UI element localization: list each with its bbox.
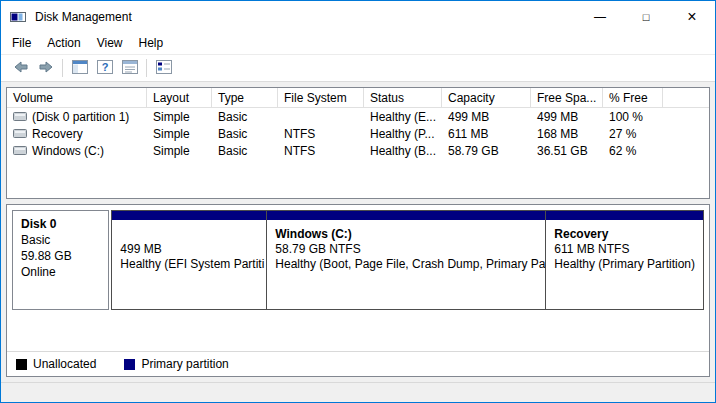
menu-item-view[interactable]: View — [89, 33, 131, 53]
forward-icon — [38, 59, 54, 78]
help-icon: ? — [97, 60, 113, 77]
partition-efi[interactable]: 499 MB Healthy (EFI System Partiti — [111, 210, 267, 310]
volume-row[interactable]: (Disk 0 partition 1) Simple Basic Health… — [7, 108, 709, 125]
volume-icon — [13, 111, 27, 122]
menubar: File Action View Help — [1, 32, 715, 55]
cell-capacity: 499 MB — [442, 110, 531, 124]
legend-item-primary-partition: Primary partition — [124, 357, 228, 371]
toolbar-separator — [62, 59, 63, 77]
legend-label: Unallocated — [33, 357, 96, 371]
menu-item-help[interactable]: Help — [131, 33, 172, 53]
cell-layout: Simple — [147, 110, 212, 124]
export-list-icon — [156, 60, 172, 77]
volume-name: Recovery — [32, 127, 83, 141]
disk-name: Disk 0 — [21, 216, 100, 232]
cell-free-space: 499 MB — [531, 110, 603, 124]
cell-type: Basic — [212, 127, 278, 141]
window-controls: — □ × — [577, 1, 715, 32]
help-button[interactable]: ? — [92, 57, 117, 79]
cell-status: Healthy (P... — [364, 127, 442, 141]
volume-row[interactable]: Recovery Simple Basic NTFS Healthy (P...… — [7, 125, 709, 142]
partition-windows-c[interactable]: Windows (C:) 58.79 GB NTFS Healthy (Boot… — [266, 210, 546, 310]
svg-text:?: ? — [101, 61, 108, 73]
partition-size: 58.79 GB NTFS — [275, 242, 537, 257]
cell-layout: Simple — [147, 144, 212, 158]
content-area: Volume Layout Type File System Status Ca… — [1, 82, 715, 382]
close-button[interactable]: × — [669, 1, 715, 32]
partition-info: Recovery 611 MB NTFS Healthy (Primary Pa… — [546, 220, 703, 272]
cell-layout: Simple — [147, 127, 212, 141]
menu-item-action[interactable]: Action — [39, 33, 88, 53]
minimize-button[interactable]: — — [577, 1, 623, 32]
disk-management-app-icon — [10, 9, 28, 25]
cell-free-space: 168 MB — [531, 127, 603, 141]
partition-name: Recovery — [554, 227, 695, 242]
header-cell-file-system[interactable]: File System — [278, 88, 364, 107]
back-button[interactable] — [8, 57, 33, 79]
properties-button[interactable] — [117, 57, 142, 79]
disk-0-row: Disk 0 Basic 59.88 GB Online 499 MB Heal… — [12, 210, 704, 310]
partition-name: Windows (C:) — [275, 227, 537, 242]
partition-status: Healthy (Boot, Page File, Crash Dump, Pr… — [275, 257, 537, 272]
partition-status: Healthy (Primary Partition) — [554, 257, 695, 272]
legend-item-unallocated: Unallocated — [16, 357, 96, 371]
status-bar — [1, 382, 715, 402]
properties-icon — [122, 60, 138, 77]
primary-partition-band — [267, 211, 545, 220]
partition-recovery[interactable]: Recovery 611 MB NTFS Healthy (Primary Pa… — [545, 210, 704, 310]
partition-info: Windows (C:) 58.79 GB NTFS Healthy (Boot… — [267, 220, 545, 272]
cell-status: Healthy (B... — [364, 144, 442, 158]
show-console-tree-button[interactable] — [67, 57, 92, 79]
cell-percent-free: 62 % — [603, 144, 663, 158]
disk-status: Online — [21, 264, 100, 280]
cell-file-system: NTFS — [278, 144, 364, 158]
primary-partition-swatch-icon — [124, 359, 135, 370]
back-icon — [13, 59, 29, 78]
disk-size: 59.88 GB — [21, 248, 100, 264]
disk-management-window: Disk Management — □ × File Action View H… — [0, 0, 716, 403]
partition-info: 499 MB Healthy (EFI System Partiti — [112, 220, 266, 272]
header-cell-capacity[interactable]: Capacity — [442, 88, 531, 107]
header-cell-percent-free[interactable]: % Free — [603, 88, 663, 107]
cell-percent-free: 27 % — [603, 127, 663, 141]
header-cell-type[interactable]: Type — [212, 88, 278, 107]
cell-capacity: 611 MB — [442, 127, 531, 141]
volume-table-header: Volume Layout Type File System Status Ca… — [7, 88, 709, 108]
show-console-tree-icon — [72, 60, 88, 77]
primary-partition-band — [112, 211, 266, 220]
legend: Unallocated Primary partition — [7, 351, 709, 376]
header-cell-volume[interactable]: Volume — [7, 88, 147, 107]
primary-partition-band — [546, 211, 703, 220]
disk-0-header[interactable]: Disk 0 Basic 59.88 GB Online — [12, 210, 109, 310]
cell-file-system: NTFS — [278, 127, 364, 141]
graphical-view-empty-space — [7, 315, 709, 351]
header-cell-layout[interactable]: Layout — [147, 88, 212, 107]
partitions-strip: 499 MB Healthy (EFI System Partiti Windo… — [111, 210, 704, 310]
unallocated-swatch-icon — [16, 359, 27, 370]
volume-row[interactable]: Windows (C:) Simple Basic NTFS Healthy (… — [7, 142, 709, 159]
header-cell-filler — [663, 88, 709, 107]
volume-list-pane: Volume Layout Type File System Status Ca… — [6, 87, 710, 199]
window-title: Disk Management — [35, 10, 132, 24]
cell-free-space: 36.51 GB — [531, 144, 603, 158]
header-cell-free-space[interactable]: Free Spa... — [531, 88, 603, 107]
partition-size: 499 MB — [120, 242, 258, 257]
volume-icon — [13, 128, 27, 139]
cell-type: Basic — [212, 144, 278, 158]
toolbar: ? — [1, 55, 715, 82]
volume-name: Windows (C:) — [32, 144, 104, 158]
cell-capacity: 58.79 GB — [442, 144, 531, 158]
forward-button[interactable] — [33, 57, 58, 79]
disk-type: Basic — [21, 232, 100, 248]
toolbar-separator — [146, 59, 147, 77]
partition-status: Healthy (EFI System Partiti — [120, 257, 258, 272]
header-cell-status[interactable]: Status — [364, 88, 442, 107]
cell-percent-free: 100 % — [603, 110, 663, 124]
export-list-button[interactable] — [151, 57, 176, 79]
maximize-button[interactable]: □ — [623, 1, 669, 32]
cell-type: Basic — [212, 110, 278, 124]
menu-item-file[interactable]: File — [4, 33, 39, 53]
cell-status: Healthy (E... — [364, 110, 442, 124]
legend-label: Primary partition — [141, 357, 228, 371]
partition-size: 611 MB NTFS — [554, 242, 695, 257]
